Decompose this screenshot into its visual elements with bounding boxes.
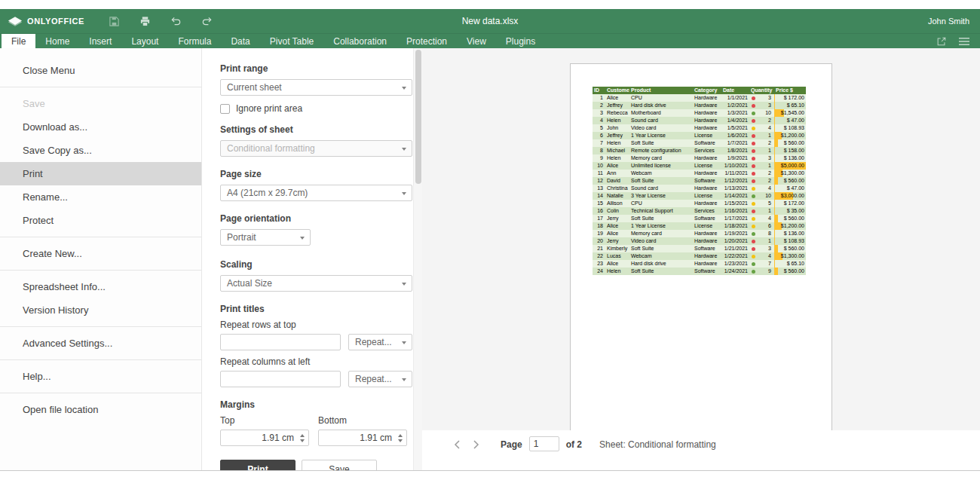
table-row: 12DavidSoft SuiteSoftware1/12/20212$ 560… bbox=[593, 177, 806, 185]
tab-insert[interactable]: Insert bbox=[79, 34, 121, 48]
cell: Alice bbox=[605, 260, 629, 268]
tab-view[interactable]: View bbox=[457, 34, 496, 48]
next-page-button[interactable] bbox=[470, 438, 482, 451]
cell: 1/2/2021 bbox=[721, 102, 749, 109]
margin-bottom-input[interactable]: 1.91 cm bbox=[318, 430, 407, 446]
cell: John bbox=[605, 124, 629, 132]
cell-price: $ 172.00 bbox=[774, 200, 806, 207]
print-range-label: Print range bbox=[220, 63, 412, 74]
cell: Sound card bbox=[629, 185, 693, 192]
redo-icon[interactable] bbox=[201, 16, 213, 27]
table-row: 18Alice1 Year LicenseLicense1/18/20216$1… bbox=[593, 222, 806, 230]
tab-layout[interactable]: Layout bbox=[121, 34, 168, 48]
cell-quantity: 6 bbox=[749, 222, 774, 230]
panel-scrollbar[interactable] bbox=[413, 48, 422, 470]
undo-icon[interactable] bbox=[170, 16, 182, 27]
cell-quantity: 3 bbox=[749, 245, 774, 252]
save-icon[interactable] bbox=[109, 16, 120, 27]
tab-pivot-table[interactable]: Pivot Table bbox=[260, 34, 323, 48]
file-menu-item-spreadsheet-info[interactable]: Spreadsheet Info... bbox=[0, 275, 201, 298]
prev-page-button[interactable] bbox=[451, 438, 463, 451]
print-button[interactable]: Print bbox=[220, 460, 296, 470]
repeat-columns-input[interactable] bbox=[220, 371, 341, 387]
file-menu-item-advanced-settings[interactable]: Advanced Settings... bbox=[0, 332, 201, 355]
file-menu-item-close-menu[interactable]: Close Menu bbox=[0, 59, 201, 82]
hamburger-icon[interactable] bbox=[959, 37, 969, 46]
cell: License bbox=[693, 192, 721, 200]
tab-collaboration[interactable]: Collaboration bbox=[323, 34, 397, 48]
cell: 1 Year License bbox=[629, 132, 693, 139]
scrollbar-thumb[interactable] bbox=[415, 50, 421, 184]
page-orientation-select[interactable]: Portrait bbox=[220, 229, 311, 246]
repeat-rows-select[interactable]: Repeat... bbox=[348, 334, 412, 350]
cell: Unlimited license bbox=[629, 162, 693, 170]
margin-top-value: 1.91 cm bbox=[221, 433, 296, 443]
cell: Alice bbox=[605, 94, 629, 102]
tab-plugins[interactable]: Plugins bbox=[496, 34, 545, 48]
spinner-arrows-icon[interactable] bbox=[296, 430, 308, 445]
tab-protection[interactable]: Protection bbox=[397, 34, 457, 48]
file-menu-item-download-as[interactable]: Download as... bbox=[0, 115, 201, 139]
print-icon[interactable] bbox=[139, 16, 151, 27]
table-row: 22LucasWebcamHardware1/22/20214$1,300.00 bbox=[593, 252, 806, 260]
menu-separator bbox=[0, 326, 201, 327]
cell: 12 bbox=[593, 177, 605, 185]
file-menu-item-print[interactable]: Print bbox=[0, 162, 201, 185]
repeat-columns-select[interactable]: Repeat... bbox=[348, 371, 412, 387]
cell: Video card bbox=[629, 124, 693, 132]
file-menu-item-open-file-location[interactable]: Open file location bbox=[0, 398, 201, 421]
red-circle-icon bbox=[752, 134, 755, 138]
tab-home[interactable]: Home bbox=[35, 34, 79, 48]
file-menu-item-help[interactable]: Help... bbox=[0, 365, 201, 388]
tab-file[interactable]: File bbox=[2, 34, 35, 48]
open-location-icon[interactable] bbox=[936, 36, 947, 47]
file-menu-item-save-copy-as[interactable]: Save Copy as... bbox=[0, 139, 201, 162]
cell-price: $ 65.10 bbox=[774, 260, 806, 268]
file-menu-item-protect[interactable]: Protect bbox=[0, 209, 201, 232]
cell: 23 bbox=[593, 260, 605, 268]
ignore-print-area-checkbox[interactable]: Ignore print area bbox=[220, 103, 412, 114]
cell: 1/14/2021 bbox=[721, 192, 749, 200]
cell: 1/7/2021 bbox=[721, 139, 749, 147]
cell-price: $ 47.00 bbox=[774, 117, 806, 124]
repeat-rows-input[interactable] bbox=[220, 334, 341, 350]
cell: 1/18/2021 bbox=[721, 222, 749, 230]
green-circle-icon bbox=[752, 112, 755, 115]
preview-table-header-quantity: Quantity bbox=[749, 87, 774, 94]
save-button[interactable]: Save bbox=[302, 460, 377, 470]
tab-data[interactable]: Data bbox=[221, 34, 259, 48]
page-size-select[interactable]: A4 (21cm x 29.7cm) bbox=[220, 185, 412, 201]
cell: 22 bbox=[593, 252, 605, 260]
cell: 21 bbox=[593, 245, 605, 252]
cell-quantity: 4 bbox=[749, 185, 774, 192]
cell: 1/17/2021 bbox=[721, 215, 749, 222]
user-name[interactable]: John Smith bbox=[928, 17, 969, 26]
cell: Hardware bbox=[693, 252, 721, 260]
table-row: 19AliceMemory cardHardware1/19/20218$ 13… bbox=[593, 230, 806, 237]
tab-formula[interactable]: Formula bbox=[168, 34, 221, 48]
cell-quantity: 2 bbox=[749, 117, 774, 124]
cell: Hardware bbox=[693, 185, 721, 192]
print-range-select[interactable]: Current sheet bbox=[220, 79, 412, 96]
file-menu-item-version-history[interactable]: Version History bbox=[0, 298, 201, 322]
cell: 15 bbox=[593, 200, 605, 207]
page-number-input[interactable] bbox=[529, 436, 559, 451]
cell-price: $ 560.00 bbox=[774, 268, 806, 275]
cell: Hardware bbox=[693, 260, 721, 268]
table-row: 6Jeffrey1 Year LicenseLicense1/6/20211$1… bbox=[593, 132, 806, 139]
cell: Jeffrey bbox=[605, 102, 629, 109]
margin-top-input[interactable]: 1.91 cm bbox=[220, 430, 309, 446]
cell-price: $ 136.00 bbox=[774, 230, 806, 237]
table-row: 17JerrySoft SuiteSoftware1/17/20214$ 560… bbox=[593, 215, 806, 222]
settings-of-sheet-select: Conditional formatting bbox=[220, 140, 412, 157]
cell: 1/11/2021 bbox=[721, 170, 749, 177]
quick-access-toolbar bbox=[109, 16, 213, 27]
spinner-arrows-icon[interactable] bbox=[394, 430, 406, 445]
file-menu-item-create-new[interactable]: Create New... bbox=[0, 242, 201, 265]
logo-text: ONLYOFFICE bbox=[27, 17, 84, 26]
table-row: 3RebeccaMotherboardHardware1/3/202110$1,… bbox=[593, 109, 806, 117]
cell-quantity: 10 bbox=[749, 192, 774, 200]
file-menu-item-rename[interactable]: Rename... bbox=[0, 185, 201, 209]
scaling-select[interactable]: Actual Size bbox=[220, 275, 412, 292]
red-circle-icon bbox=[752, 157, 755, 161]
